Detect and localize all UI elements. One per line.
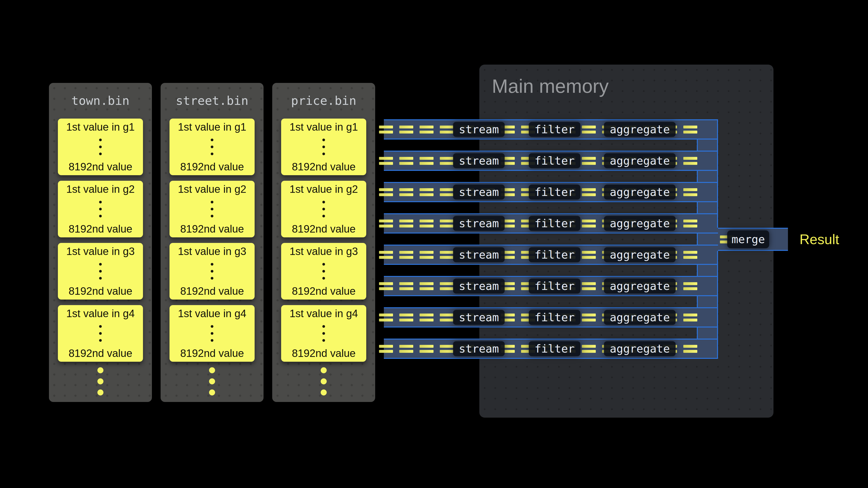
- stage-box-aggregate: aggregate: [604, 341, 676, 356]
- value-group-box: 1st value in g28192nd value: [281, 181, 366, 237]
- data-chunk-icon: [420, 126, 434, 133]
- dot-icon: [211, 208, 213, 210]
- stage-box-filter: filter: [529, 122, 580, 137]
- dot-icon: [99, 153, 102, 155]
- file-name-label: street.bin: [161, 83, 264, 119]
- merge-box: merge: [727, 230, 769, 248]
- data-chunk-icon: [582, 345, 596, 353]
- stage-box-aggregate: aggregate: [604, 279, 676, 294]
- data-chunk-icon: [399, 282, 413, 290]
- lane-gap-connector: [697, 296, 698, 307]
- stage-box-stream: stream: [453, 185, 505, 199]
- data-chunk-icon: [683, 345, 697, 353]
- dot-icon: [211, 270, 213, 272]
- data-chunk-icon: [420, 157, 434, 165]
- dot-icon: [322, 325, 325, 328]
- group-ellipsis-icon: [211, 201, 213, 217]
- value-group-box: 1st value in g48192nd value: [58, 305, 143, 362]
- more-groups-ellipsis-icon: [161, 367, 264, 395]
- stage-box-stream: stream: [453, 247, 505, 262]
- dot-icon: [99, 145, 102, 148]
- group-last-value-label: 8192nd value: [292, 161, 355, 172]
- dot-icon: [97, 367, 103, 373]
- file-column-street.bin: street.bin1st value in g18192nd value1st…: [161, 83, 264, 402]
- dot-icon: [99, 270, 102, 272]
- group-first-value-label: 1st value in g2: [66, 184, 135, 195]
- dot-icon: [211, 263, 213, 266]
- main-memory-title: Main memory: [492, 75, 609, 97]
- dot-icon: [211, 339, 213, 342]
- stage-box-aggregate: aggregate: [604, 247, 676, 262]
- group-first-value-label: 1st value in g1: [289, 122, 358, 133]
- value-group-box: 1st value in g18192nd value: [281, 119, 366, 175]
- dot-icon: [322, 263, 325, 266]
- stage-box-aggregate: aggregate: [604, 153, 676, 168]
- pipeline-lane: streamfilteraggregate: [384, 245, 718, 265]
- dot-icon: [322, 270, 325, 272]
- data-chunk-icon: [399, 126, 413, 133]
- data-chunk-icon: [420, 188, 434, 196]
- lane-gap-connector: [697, 171, 698, 182]
- lane-gap-connector: [697, 139, 698, 151]
- dot-icon: [99, 332, 102, 335]
- stage-box-aggregate: aggregate: [604, 185, 676, 199]
- lane-gap-connector: [697, 233, 698, 245]
- data-chunk-icon: [379, 251, 393, 259]
- stage-box-stream: stream: [453, 216, 505, 231]
- data-chunk-icon: [440, 345, 454, 353]
- dot-icon: [209, 389, 215, 395]
- dot-icon: [99, 138, 102, 141]
- data-chunk-icon: [683, 188, 697, 196]
- dot-icon: [211, 215, 213, 217]
- data-chunk-icon: [683, 220, 697, 227]
- value-group-box: 1st value in g18192nd value: [58, 119, 143, 175]
- dot-icon: [322, 339, 325, 342]
- stage-box-filter: filter: [529, 216, 580, 231]
- dot-icon: [322, 201, 325, 203]
- group-last-value-label: 8192nd value: [180, 161, 244, 172]
- data-chunk-icon: [440, 157, 454, 165]
- stage-box-aggregate: aggregate: [604, 216, 676, 231]
- lane-gap-connector: [697, 265, 698, 276]
- data-chunk-icon: [379, 188, 393, 196]
- data-chunk-icon: [379, 157, 393, 165]
- data-chunk-icon: [399, 345, 413, 353]
- group-first-value-label: 1st value in g3: [66, 246, 135, 257]
- pipeline-lane: streamfilteraggregate: [384, 276, 718, 296]
- group-ellipsis-icon: [211, 325, 213, 342]
- group-first-value-label: 1st value in g3: [178, 246, 246, 257]
- group-first-value-label: 1st value in g4: [66, 308, 135, 319]
- group-last-value-label: 8192nd value: [68, 286, 132, 297]
- pipeline-lane: streamfilteraggregate: [384, 182, 718, 202]
- group-ellipsis-icon: [322, 138, 325, 155]
- stage-box-filter: filter: [529, 341, 580, 356]
- dot-icon: [99, 325, 102, 328]
- group-first-value-label: 1st value in g3: [289, 246, 358, 257]
- value-group-box: 1st value in g48192nd value: [281, 305, 366, 362]
- data-chunk-icon: [440, 282, 454, 290]
- group-ellipsis-icon: [322, 325, 325, 342]
- file-column-price.bin: price.bin1st value in g18192nd value1st …: [272, 83, 375, 402]
- file-name-label: price.bin: [272, 83, 375, 119]
- stage-box-filter: filter: [529, 247, 580, 262]
- more-groups-ellipsis-icon: [49, 367, 152, 395]
- channel-border-lower: [717, 251, 718, 359]
- stage-box-stream: stream: [453, 122, 505, 137]
- group-last-value-label: 8192nd value: [292, 286, 355, 297]
- data-chunk-icon: [399, 220, 413, 227]
- data-chunk-icon: [399, 251, 413, 259]
- data-chunk-icon: [420, 314, 434, 322]
- data-chunk-icon: [379, 345, 393, 353]
- data-chunk-icon: [582, 282, 596, 290]
- stage-box-stream: stream: [453, 279, 505, 294]
- group-last-value-label: 8192nd value: [68, 348, 132, 359]
- group-ellipsis-icon: [322, 201, 325, 217]
- stage-box-filter: filter: [529, 279, 580, 294]
- stage-box-stream: stream: [453, 153, 505, 168]
- group-first-value-label: 1st value in g2: [289, 184, 358, 195]
- data-chunk-icon: [440, 251, 454, 259]
- data-chunk-icon: [582, 220, 596, 227]
- more-groups-ellipsis-icon: [272, 367, 375, 395]
- dot-icon: [321, 389, 327, 395]
- stage-box-filter: filter: [529, 310, 580, 325]
